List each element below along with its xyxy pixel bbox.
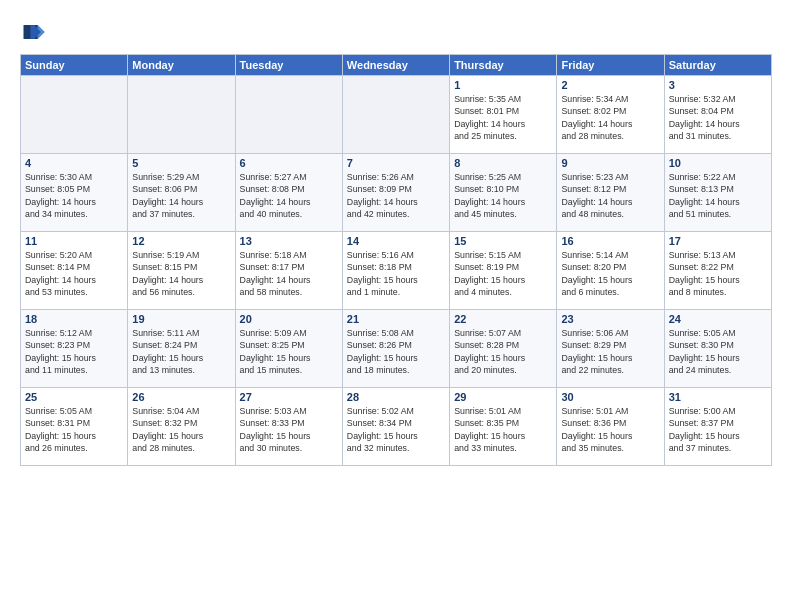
day-info: Sunrise: 5:18 AM Sunset: 8:17 PM Dayligh…: [240, 249, 338, 298]
week-row-3: 11Sunrise: 5:20 AM Sunset: 8:14 PM Dayli…: [21, 232, 772, 310]
day-cell: 7Sunrise: 5:26 AM Sunset: 8:09 PM Daylig…: [342, 154, 449, 232]
day-info: Sunrise: 5:01 AM Sunset: 8:36 PM Dayligh…: [561, 405, 659, 454]
day-cell: 25Sunrise: 5:05 AM Sunset: 8:31 PM Dayli…: [21, 388, 128, 466]
day-cell: 19Sunrise: 5:11 AM Sunset: 8:24 PM Dayli…: [128, 310, 235, 388]
day-cell: 9Sunrise: 5:23 AM Sunset: 8:12 PM Daylig…: [557, 154, 664, 232]
day-number: 8: [454, 157, 552, 169]
day-info: Sunrise: 5:20 AM Sunset: 8:14 PM Dayligh…: [25, 249, 123, 298]
weekday-header-sunday: Sunday: [21, 55, 128, 76]
weekday-header-friday: Friday: [557, 55, 664, 76]
day-info: Sunrise: 5:02 AM Sunset: 8:34 PM Dayligh…: [347, 405, 445, 454]
day-info: Sunrise: 5:07 AM Sunset: 8:28 PM Dayligh…: [454, 327, 552, 376]
day-cell: 13Sunrise: 5:18 AM Sunset: 8:17 PM Dayli…: [235, 232, 342, 310]
day-number: 12: [132, 235, 230, 247]
day-info: Sunrise: 5:06 AM Sunset: 8:29 PM Dayligh…: [561, 327, 659, 376]
day-info: Sunrise: 5:16 AM Sunset: 8:18 PM Dayligh…: [347, 249, 445, 298]
day-number: 15: [454, 235, 552, 247]
day-number: 13: [240, 235, 338, 247]
day-number: 31: [669, 391, 767, 403]
day-number: 6: [240, 157, 338, 169]
day-info: Sunrise: 5:23 AM Sunset: 8:12 PM Dayligh…: [561, 171, 659, 220]
day-cell: 20Sunrise: 5:09 AM Sunset: 8:25 PM Dayli…: [235, 310, 342, 388]
day-number: 9: [561, 157, 659, 169]
day-cell: [21, 76, 128, 154]
day-info: Sunrise: 5:09 AM Sunset: 8:25 PM Dayligh…: [240, 327, 338, 376]
day-number: 5: [132, 157, 230, 169]
week-row-2: 4Sunrise: 5:30 AM Sunset: 8:05 PM Daylig…: [21, 154, 772, 232]
logo-icon: [20, 18, 48, 46]
day-cell: 6Sunrise: 5:27 AM Sunset: 8:08 PM Daylig…: [235, 154, 342, 232]
day-info: Sunrise: 5:14 AM Sunset: 8:20 PM Dayligh…: [561, 249, 659, 298]
day-cell: 27Sunrise: 5:03 AM Sunset: 8:33 PM Dayli…: [235, 388, 342, 466]
day-number: 26: [132, 391, 230, 403]
day-number: 11: [25, 235, 123, 247]
day-cell: 1Sunrise: 5:35 AM Sunset: 8:01 PM Daylig…: [450, 76, 557, 154]
day-cell: 2Sunrise: 5:34 AM Sunset: 8:02 PM Daylig…: [557, 76, 664, 154]
day-number: 20: [240, 313, 338, 325]
day-info: Sunrise: 5:01 AM Sunset: 8:35 PM Dayligh…: [454, 405, 552, 454]
day-cell: 4Sunrise: 5:30 AM Sunset: 8:05 PM Daylig…: [21, 154, 128, 232]
day-number: 1: [454, 79, 552, 91]
weekday-header-wednesday: Wednesday: [342, 55, 449, 76]
day-number: 14: [347, 235, 445, 247]
day-cell: 5Sunrise: 5:29 AM Sunset: 8:06 PM Daylig…: [128, 154, 235, 232]
day-cell: 11Sunrise: 5:20 AM Sunset: 8:14 PM Dayli…: [21, 232, 128, 310]
weekday-header-tuesday: Tuesday: [235, 55, 342, 76]
day-number: 28: [347, 391, 445, 403]
weekday-header-thursday: Thursday: [450, 55, 557, 76]
day-info: Sunrise: 5:29 AM Sunset: 8:06 PM Dayligh…: [132, 171, 230, 220]
day-info: Sunrise: 5:19 AM Sunset: 8:15 PM Dayligh…: [132, 249, 230, 298]
day-cell: 15Sunrise: 5:15 AM Sunset: 8:19 PM Dayli…: [450, 232, 557, 310]
day-info: Sunrise: 5:05 AM Sunset: 8:30 PM Dayligh…: [669, 327, 767, 376]
day-cell: 18Sunrise: 5:12 AM Sunset: 8:23 PM Dayli…: [21, 310, 128, 388]
day-number: 19: [132, 313, 230, 325]
day-number: 16: [561, 235, 659, 247]
day-cell: 14Sunrise: 5:16 AM Sunset: 8:18 PM Dayli…: [342, 232, 449, 310]
day-number: 4: [25, 157, 123, 169]
day-cell: [342, 76, 449, 154]
day-info: Sunrise: 5:25 AM Sunset: 8:10 PM Dayligh…: [454, 171, 552, 220]
day-cell: 24Sunrise: 5:05 AM Sunset: 8:30 PM Dayli…: [664, 310, 771, 388]
day-cell: 28Sunrise: 5:02 AM Sunset: 8:34 PM Dayli…: [342, 388, 449, 466]
day-info: Sunrise: 5:12 AM Sunset: 8:23 PM Dayligh…: [25, 327, 123, 376]
day-cell: 30Sunrise: 5:01 AM Sunset: 8:36 PM Dayli…: [557, 388, 664, 466]
day-cell: 10Sunrise: 5:22 AM Sunset: 8:13 PM Dayli…: [664, 154, 771, 232]
day-info: Sunrise: 5:03 AM Sunset: 8:33 PM Dayligh…: [240, 405, 338, 454]
day-info: Sunrise: 5:11 AM Sunset: 8:24 PM Dayligh…: [132, 327, 230, 376]
day-cell: 26Sunrise: 5:04 AM Sunset: 8:32 PM Dayli…: [128, 388, 235, 466]
day-cell: 23Sunrise: 5:06 AM Sunset: 8:29 PM Dayli…: [557, 310, 664, 388]
day-number: 23: [561, 313, 659, 325]
day-info: Sunrise: 5:26 AM Sunset: 8:09 PM Dayligh…: [347, 171, 445, 220]
day-info: Sunrise: 5:00 AM Sunset: 8:37 PM Dayligh…: [669, 405, 767, 454]
day-number: 17: [669, 235, 767, 247]
week-row-5: 25Sunrise: 5:05 AM Sunset: 8:31 PM Dayli…: [21, 388, 772, 466]
day-number: 3: [669, 79, 767, 91]
day-number: 10: [669, 157, 767, 169]
day-cell: [235, 76, 342, 154]
day-cell: 21Sunrise: 5:08 AM Sunset: 8:26 PM Dayli…: [342, 310, 449, 388]
day-number: 24: [669, 313, 767, 325]
day-number: 18: [25, 313, 123, 325]
day-info: Sunrise: 5:15 AM Sunset: 8:19 PM Dayligh…: [454, 249, 552, 298]
header: [20, 18, 772, 46]
weekday-header-row: SundayMondayTuesdayWednesdayThursdayFrid…: [21, 55, 772, 76]
weekday-header-saturday: Saturday: [664, 55, 771, 76]
day-number: 22: [454, 313, 552, 325]
day-cell: 17Sunrise: 5:13 AM Sunset: 8:22 PM Dayli…: [664, 232, 771, 310]
day-info: Sunrise: 5:27 AM Sunset: 8:08 PM Dayligh…: [240, 171, 338, 220]
day-cell: 3Sunrise: 5:32 AM Sunset: 8:04 PM Daylig…: [664, 76, 771, 154]
day-info: Sunrise: 5:30 AM Sunset: 8:05 PM Dayligh…: [25, 171, 123, 220]
day-number: 2: [561, 79, 659, 91]
week-row-4: 18Sunrise: 5:12 AM Sunset: 8:23 PM Dayli…: [21, 310, 772, 388]
logo: [20, 18, 52, 46]
day-number: 27: [240, 391, 338, 403]
day-number: 30: [561, 391, 659, 403]
day-info: Sunrise: 5:05 AM Sunset: 8:31 PM Dayligh…: [25, 405, 123, 454]
day-cell: 16Sunrise: 5:14 AM Sunset: 8:20 PM Dayli…: [557, 232, 664, 310]
day-info: Sunrise: 5:35 AM Sunset: 8:01 PM Dayligh…: [454, 93, 552, 142]
day-cell: [128, 76, 235, 154]
day-number: 25: [25, 391, 123, 403]
day-cell: 8Sunrise: 5:25 AM Sunset: 8:10 PM Daylig…: [450, 154, 557, 232]
day-info: Sunrise: 5:08 AM Sunset: 8:26 PM Dayligh…: [347, 327, 445, 376]
day-cell: 31Sunrise: 5:00 AM Sunset: 8:37 PM Dayli…: [664, 388, 771, 466]
